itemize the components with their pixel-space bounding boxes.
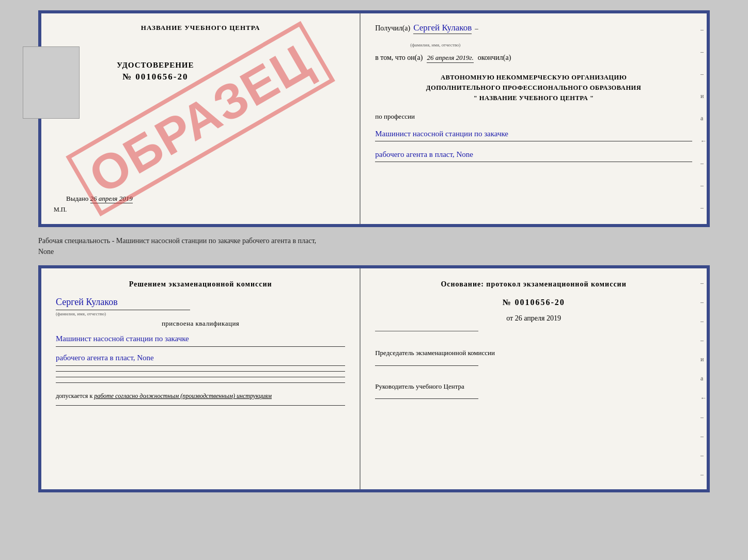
top-document: НАЗВАНИЕ УЧЕБНОГО ЦЕНТРА ОБРАЗЕЦ УДОСТОВ…: [38, 10, 710, 227]
chairman-title: Председатель экзаменационной комиссии: [375, 348, 692, 358]
mp-label: М.П.: [54, 206, 67, 214]
allowed-description: работе согласно должностным (производств…: [94, 392, 272, 399]
finished-label: окончил(а): [478, 54, 511, 62]
bottom-line-2: [56, 377, 345, 377]
cert-number: № 0010656-20: [122, 72, 189, 82]
dash-lines-bottom: – – – – и а ← – – – –: [698, 268, 707, 489]
bottom-line-4: [56, 405, 345, 406]
separator-after-date: [375, 331, 478, 331]
completion-row: в том, что он(а) 26 апреля 2019г. окончи…: [375, 54, 692, 63]
bottom-line-3: [56, 382, 345, 383]
completion-date: 26 апреля 2019г.: [427, 54, 473, 63]
school-name-top: НАЗВАНИЕ УЧЕБНОГО ЦЕНТРА: [141, 24, 260, 32]
protocol-number: № 0010656-20: [375, 298, 692, 307]
profession-line1: Машинист насосной станции по закачке: [375, 127, 692, 141]
decision-title: Решением экзаменационной комиссии: [56, 279, 345, 290]
caption-line1: Рабочая специальность - Машинист насосно…: [38, 235, 710, 246]
bottom-left-panel: Решением экзаменационной комиссии Сергей…: [41, 268, 361, 489]
assigned-text: присвоена квалификация: [56, 319, 345, 328]
director-block: Руководитель учебного Центра: [375, 381, 692, 399]
director-title: Руководитель учебного Центра: [375, 381, 692, 392]
caption-line2: None: [38, 246, 710, 257]
qual-line2: рабочего агента в пласт, None: [56, 350, 345, 366]
cert-title: УДОСТОВЕРЕНИЕ: [117, 61, 194, 70]
top-left-panel: НАЗВАНИЕ УЧЕБНОГО ЦЕНТРА ОБРАЗЕЦ УДОСТОВ…: [41, 13, 361, 224]
name-block: Сергей Кулаков (фамилия, имя, отчество): [56, 297, 345, 316]
in-that-label: в том, что он(а): [375, 54, 423, 62]
caption: Рабочая специальность - Машинист насосно…: [38, 235, 710, 257]
profession-label: по профессии: [375, 113, 692, 121]
name-underline: [56, 310, 190, 310]
basis-title: Основание: протокол экзаменационной коми…: [375, 279, 692, 290]
top-right-panel: Получил(а) Сергей Кулаков – (фамилия, им…: [361, 13, 707, 224]
qual-line1: Машинист насосной станции по закачке: [56, 331, 345, 347]
issued-date: 26 апреля 2019: [90, 195, 133, 203]
chairman-block: Председатель экзаменационной комиссии: [375, 348, 692, 366]
org-line2: ДОПОЛНИТЕЛЬНОГО ПРОФЕССИОНАЛЬНОГО ОБРАЗО…: [375, 83, 692, 93]
director-signature-line: [375, 398, 478, 399]
issued-row: Выдано 26 апреля 2019: [66, 195, 133, 203]
chairman-signature-line: [375, 365, 478, 366]
issued-label: Выдано: [66, 195, 88, 202]
photo-placeholder: [23, 46, 80, 119]
dash-lines: – – – и а ← – – –: [698, 13, 707, 224]
name-small-label: (фамилия, имя, отчество): [56, 311, 345, 316]
profession-line2: рабочего агента в пласт, None: [375, 148, 692, 162]
name-handwritten: Сергей Кулаков: [56, 297, 345, 308]
bottom-document: Решением экзаменационной комиссии Сергей…: [38, 265, 710, 492]
bottom-right-panel: Основание: протокол экзаменационной коми…: [361, 268, 707, 489]
org-line1: АВТОНОМНУЮ НЕКОММЕРЧЕСКУЮ ОРГАНИЗАЦИЮ: [375, 72, 692, 83]
recipient-sublabel: (фамилия, имя, отчество): [410, 42, 460, 47]
received-label: Получил(а): [375, 24, 410, 33]
org-block: АВТОНОМНУЮ НЕКОММЕРЧЕСКУЮ ОРГАНИЗАЦИЮ ДО…: [375, 72, 692, 103]
org-line3: " НАЗВАНИЕ УЧЕБНОГО ЦЕНТРА ": [375, 93, 692, 103]
allowed-text: допускается к работе согласно должностны…: [56, 392, 345, 400]
recipient-name: Сергей Кулаков: [413, 23, 472, 34]
recipient-row: Получил(а) Сергей Кулаков –: [375, 23, 692, 34]
protocol-date: 26 апреля 2019: [515, 314, 561, 322]
from-date: от 26 апреля 2019: [375, 314, 692, 323]
allowed-prefix: допускается к: [56, 392, 92, 399]
from-prefix: от: [506, 314, 513, 322]
bottom-line-1: [56, 371, 345, 372]
